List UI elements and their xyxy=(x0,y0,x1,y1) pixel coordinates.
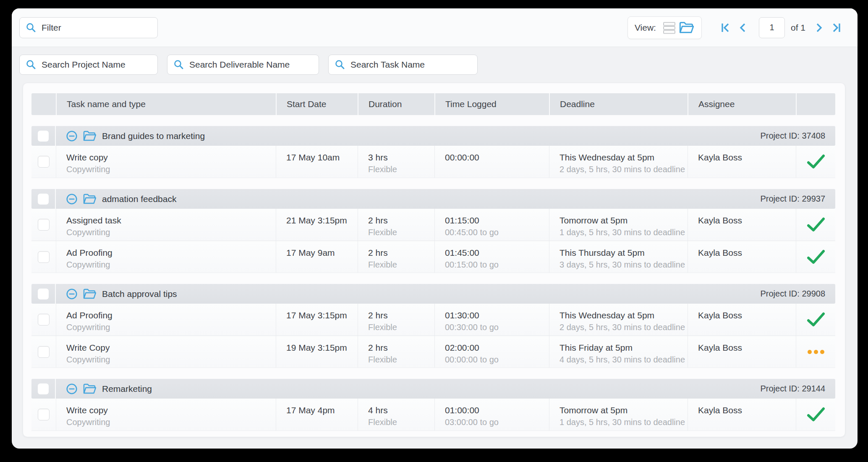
task-assignee: Kayla Boss xyxy=(698,214,792,227)
last-page-icon xyxy=(831,22,842,33)
project-group: admation feedback Project ID: 29937 Assi… xyxy=(31,189,835,273)
check-icon xyxy=(806,154,826,169)
task-deadline-countdown: 3 days, 5 hrs, 30 mins to deadline xyxy=(559,259,683,270)
task-duration-type: Flexible xyxy=(368,417,430,428)
group-tasks: Ad Proofing Copywriting 17 May 3:15pm 2 … xyxy=(31,304,835,368)
folder-icon xyxy=(83,130,96,142)
task-type: Copywriting xyxy=(66,227,272,238)
collapse-button[interactable] xyxy=(66,130,78,142)
more-options-icon[interactable] xyxy=(807,349,825,354)
task-name: Ad Proofing xyxy=(66,247,272,259)
first-page-icon xyxy=(720,22,731,33)
page-count-label: of 1 xyxy=(791,23,805,33)
minus-circle-icon xyxy=(66,130,78,142)
folder-view-button[interactable] xyxy=(678,19,695,36)
minus-circle-icon xyxy=(66,383,78,395)
project-id: Project ID: 29937 xyxy=(760,194,825,204)
folder-icon xyxy=(83,288,96,299)
folder-view-icon xyxy=(679,21,694,34)
task-row: Ad Proofing Copywriting 17 May 3:15pm 2 … xyxy=(31,304,835,336)
task-checkbox[interactable] xyxy=(38,409,50,420)
collapse-button[interactable] xyxy=(66,383,78,395)
task-type: Copywriting xyxy=(66,322,272,333)
project-group: Remarketing Project ID: 29144 Write copy… xyxy=(31,379,835,431)
task-name: Assigned task xyxy=(66,214,272,227)
view-toggle: View: xyxy=(627,16,702,39)
project-id: Project ID: 29908 xyxy=(760,289,825,299)
group-tasks: Write copy Copywriting 17 May 4pm 4 hrs … xyxy=(31,399,835,431)
task-table-card: Task name and type Start Date Duration T… xyxy=(23,83,845,437)
task-time-logged: 01:45:00 xyxy=(445,247,545,259)
filter-input[interactable] xyxy=(42,23,152,33)
collapse-button[interactable] xyxy=(66,193,78,205)
task-start-date: 17 May 10am xyxy=(286,151,353,164)
task-name: Ad Proofing xyxy=(66,309,272,322)
task-type: Copywriting xyxy=(66,417,272,428)
last-page-button[interactable] xyxy=(829,21,843,35)
task-duration-type: Flexible xyxy=(368,227,430,238)
task-assignee: Kayla Boss xyxy=(698,309,792,322)
task-duration: 2 hrs xyxy=(368,309,430,322)
search-icon xyxy=(26,22,37,33)
task-start-date: 17 May 9am xyxy=(286,247,353,259)
deliverable-name-input[interactable] xyxy=(189,60,313,70)
task-time-logged: 02:00:00 xyxy=(445,341,545,354)
check-icon xyxy=(806,249,826,265)
project-id: Project ID: 37408 xyxy=(760,131,825,141)
task-duration-type: Flexible xyxy=(368,164,430,175)
check-icon xyxy=(806,312,826,327)
check-icon xyxy=(806,217,826,232)
prev-page-button[interactable] xyxy=(735,21,750,35)
task-search-box xyxy=(328,55,478,75)
project-name-input[interactable] xyxy=(42,60,152,70)
group-checkbox[interactable] xyxy=(38,289,49,299)
group-checkbox[interactable] xyxy=(38,131,49,142)
task-start-date: 21 May 3:15pm xyxy=(286,214,353,227)
list-view-button[interactable] xyxy=(661,19,678,36)
task-deadline-countdown: 2 days, 5 hrs, 30 mins to deadline xyxy=(559,322,683,333)
project-group-header: Brand guides to marketing Project ID: 37… xyxy=(31,126,835,146)
task-deadline-countdown: 4 days, 5 hrs, 30 mins to deadline xyxy=(559,354,683,365)
project-group-header: Remarketing Project ID: 29144 xyxy=(31,379,835,399)
task-duration: 2 hrs xyxy=(368,247,430,259)
next-page-button[interactable] xyxy=(812,21,826,35)
task-start-date: 17 May 3:15pm xyxy=(286,309,353,322)
task-time-remaining: 00:45:00 to go xyxy=(445,227,545,238)
project-search-box xyxy=(19,55,158,75)
group-title: Brand guides to marketing xyxy=(102,131,205,141)
column-header-task-name: Task name and type xyxy=(56,93,276,115)
task-checkbox[interactable] xyxy=(38,219,50,231)
task-name: Write Copy xyxy=(66,341,272,354)
task-assignee: Kayla Boss xyxy=(698,247,792,259)
task-checkbox[interactable] xyxy=(38,156,50,168)
task-deadline: Tomorrow at 5pm xyxy=(559,404,683,417)
task-checkbox[interactable] xyxy=(38,346,50,358)
deliverable-search-box xyxy=(167,55,319,75)
search-icon xyxy=(26,59,37,70)
page-input[interactable] xyxy=(759,17,785,38)
task-checkbox[interactable] xyxy=(38,314,50,326)
task-duration: 2 hrs xyxy=(368,214,430,227)
task-time-logged: 00:00:00 xyxy=(445,151,545,164)
task-name-input[interactable] xyxy=(350,60,471,70)
column-header-start-date: Start Date xyxy=(276,93,358,115)
group-checkbox[interactable] xyxy=(38,194,49,205)
first-page-button[interactable] xyxy=(719,21,733,35)
task-checkbox[interactable] xyxy=(38,251,50,263)
task-deadline: This Thursday at 5pm xyxy=(559,247,683,259)
task-deadline-countdown: 1 days, 5 hrs, 30 mins to deadline xyxy=(559,227,683,238)
task-time-remaining: 00:00:00 to go xyxy=(445,354,545,365)
group-tasks: Write copy Copywriting 17 May 10am 3 hrs… xyxy=(31,146,835,178)
task-assignee: Kayla Boss xyxy=(698,151,792,164)
task-time-logged: 01:30:00 xyxy=(445,309,545,322)
collapse-button[interactable] xyxy=(66,288,78,300)
task-time-remaining: 00:15:00 to go xyxy=(445,259,545,270)
task-time-remaining: 03:00:00 to go xyxy=(445,417,545,428)
minus-circle-icon xyxy=(66,288,78,300)
column-header-assignee: Assignee xyxy=(688,93,796,115)
task-row: Ad Proofing Copywriting 17 May 9am 2 hrs… xyxy=(31,241,835,273)
group-checkbox[interactable] xyxy=(38,383,49,394)
folder-icon xyxy=(83,383,96,394)
task-time-logged: 01:15:00 xyxy=(445,214,545,227)
filter-input-box xyxy=(19,17,158,38)
